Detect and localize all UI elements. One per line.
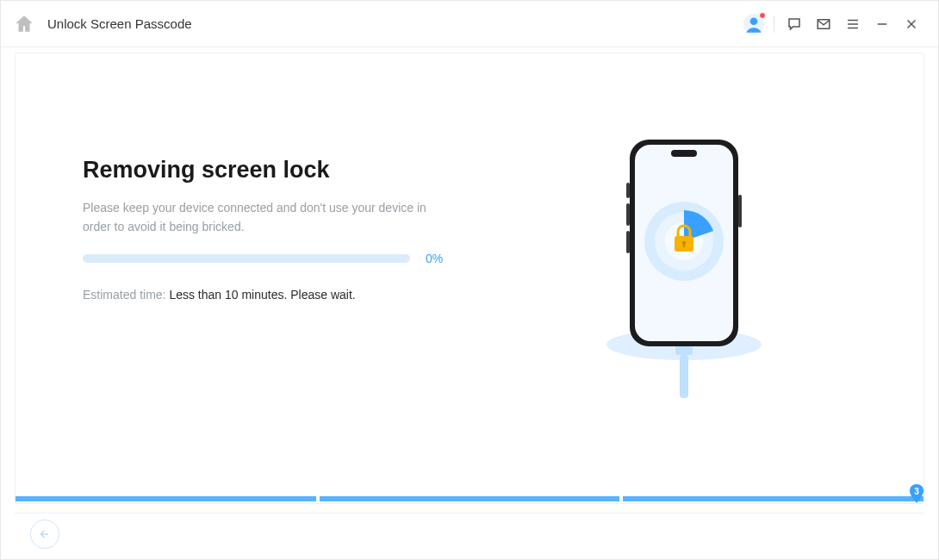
left-panel: Removing screen lock Please keep your de… xyxy=(83,157,479,493)
svg-rect-10 xyxy=(675,346,693,355)
step-2 xyxy=(320,496,620,501)
svg-rect-16 xyxy=(626,203,630,226)
footer xyxy=(15,513,924,554)
svg-rect-18 xyxy=(738,195,742,227)
menu-icon[interactable] xyxy=(838,9,867,39)
svg-rect-24 xyxy=(683,243,685,247)
svg-rect-11 xyxy=(680,355,688,398)
eta-prefix: Estimated time: xyxy=(83,288,169,302)
titlebar: Unlock Screen Passcode xyxy=(1,1,938,47)
estimated-time: Estimated time: Less than 10 minutes. Pl… xyxy=(83,288,479,302)
chat-icon[interactable] xyxy=(780,9,809,39)
right-panel xyxy=(479,157,889,493)
mail-icon[interactable] xyxy=(809,9,838,39)
notification-dot-icon xyxy=(759,12,766,19)
app-window: Unlock Screen Passcode xyxy=(0,0,939,560)
progress-percent: 0% xyxy=(426,252,443,265)
window-title: Unlock Screen Passcode xyxy=(47,16,192,31)
step-badge-label: 3 xyxy=(914,487,919,496)
eta-value: Less than 10 minutes. Please wait. xyxy=(169,288,355,302)
content-area: Removing screen lock Please keep your de… xyxy=(16,53,923,493)
step-3: 3 xyxy=(623,496,923,501)
back-button[interactable] xyxy=(30,520,59,549)
progress-bar xyxy=(83,254,410,263)
svg-rect-14 xyxy=(671,150,697,157)
svg-point-1 xyxy=(750,17,758,25)
main-card: Removing screen lock Please keep your de… xyxy=(15,53,924,504)
step-badge: 3 xyxy=(908,484,925,505)
page-description: Please keep your device connected and do… xyxy=(83,199,427,236)
account-avatar[interactable] xyxy=(743,13,765,35)
step-progress-bar: 3 xyxy=(16,495,923,503)
phone-illustration xyxy=(594,131,774,415)
close-icon[interactable] xyxy=(897,9,926,39)
home-icon[interactable] xyxy=(13,13,35,35)
page-heading: Removing screen lock xyxy=(83,157,479,184)
titlebar-divider xyxy=(774,16,774,33)
minimize-icon[interactable] xyxy=(867,9,897,39)
svg-rect-15 xyxy=(626,183,630,198)
svg-rect-17 xyxy=(626,231,630,253)
progress-row: 0% xyxy=(83,252,479,265)
step-1 xyxy=(16,496,316,501)
